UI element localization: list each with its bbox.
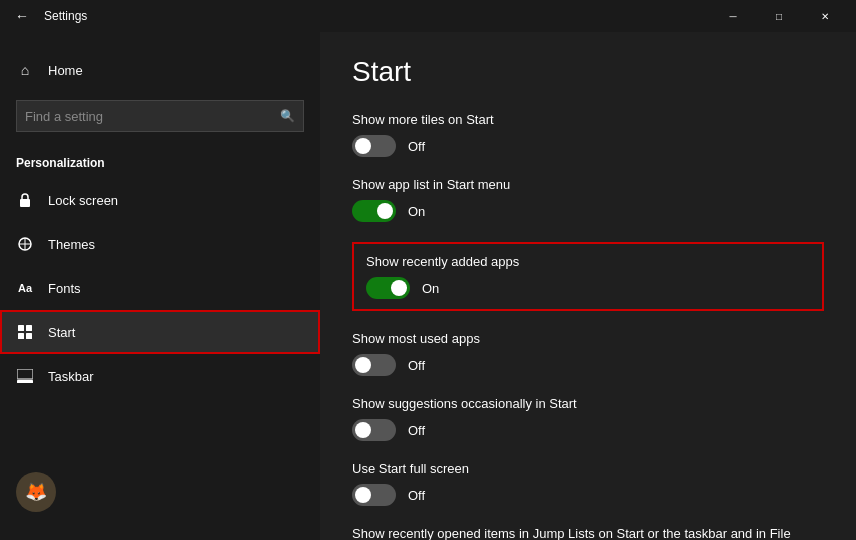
svg-rect-2 [18, 325, 24, 331]
toggle-row-show-recently-added: On [366, 277, 810, 299]
toggle-thumb-show-suggestions [355, 422, 371, 438]
sidebar-item-home[interactable]: ⌂ Home [16, 48, 304, 92]
setting-show-most-used-label: Show most used apps [352, 331, 824, 346]
close-button[interactable]: ✕ [802, 0, 848, 32]
toggle-show-more-tiles[interactable] [352, 135, 396, 157]
lock-screen-icon [16, 191, 34, 209]
setting-show-suggestions: Show suggestions occasionally in Start O… [352, 396, 824, 441]
close-icon: ✕ [821, 11, 829, 22]
avatar: 🦊 [16, 472, 56, 512]
sidebar-item-start[interactable]: Start [0, 310, 320, 354]
toggle-thumb-show-app-list [377, 203, 393, 219]
sidebar-item-fonts[interactable]: Aa Fonts [0, 266, 320, 310]
setting-use-full-screen: Use Start full screen Off [352, 461, 824, 506]
search-input[interactable] [25, 109, 280, 124]
app-title: Settings [44, 9, 87, 23]
sidebar-item-home-label: Home [48, 63, 83, 78]
sidebar-item-themes[interactable]: Themes [0, 222, 320, 266]
maximize-button[interactable]: □ [756, 0, 802, 32]
back-icon: ← [15, 8, 29, 24]
svg-rect-6 [17, 369, 33, 379]
sidebar-header: ⌂ Home 🔍 [0, 32, 320, 144]
setting-show-app-list-label: Show app list in Start menu [352, 177, 824, 192]
user-avatar-area: 🦊 [0, 460, 320, 524]
toggle-show-app-list[interactable] [352, 200, 396, 222]
page-title: Start [352, 56, 824, 88]
toggle-show-most-used[interactable] [352, 354, 396, 376]
home-icon: ⌂ [16, 61, 34, 79]
avatar-icon: 🦊 [25, 481, 47, 503]
main-layout: ⌂ Home 🔍 Personalization Lock screen [0, 32, 856, 540]
toggle-status-show-most-used: Off [408, 358, 425, 373]
sidebar-section-label: Personalization [0, 144, 320, 178]
sidebar-item-lock-screen[interactable]: Lock screen [0, 178, 320, 222]
content-area: Start Show more tiles on Start Off Show … [320, 32, 856, 540]
toggle-row-show-more-tiles: Off [352, 135, 824, 157]
setting-show-recently-added: Show recently added apps On [352, 242, 824, 311]
setting-show-suggestions-label: Show suggestions occasionally in Start [352, 396, 824, 411]
fonts-icon: Aa [16, 279, 34, 297]
minimize-button[interactable]: ─ [710, 0, 756, 32]
sidebar-item-fonts-label: Fonts [48, 281, 81, 296]
toggle-row-show-app-list: On [352, 200, 824, 222]
toggle-thumb-show-recently-added [391, 280, 407, 296]
svg-rect-7 [17, 380, 33, 383]
minimize-icon: ─ [729, 11, 736, 22]
setting-show-most-used: Show most used apps Off [352, 331, 824, 376]
toggle-status-show-recently-added: On [422, 281, 439, 296]
toggle-show-suggestions[interactable] [352, 419, 396, 441]
setting-show-app-list: Show app list in Start menu On [352, 177, 824, 222]
search-icon: 🔍 [280, 109, 295, 123]
start-icon [16, 323, 34, 341]
sidebar: ⌂ Home 🔍 Personalization Lock screen [0, 32, 320, 540]
themes-icon [16, 235, 34, 253]
toggle-thumb-show-most-used [355, 357, 371, 373]
taskbar-icon [16, 367, 34, 385]
setting-show-more-tiles: Show more tiles on Start Off [352, 112, 824, 157]
setting-show-recently-opened-label: Show recently opened items in Jump Lists… [352, 526, 824, 540]
titlebar: ← Settings ─ □ ✕ [0, 0, 856, 32]
svg-rect-3 [26, 325, 32, 331]
setting-show-more-tiles-label: Show more tiles on Start [352, 112, 824, 127]
sidebar-item-lock-screen-label: Lock screen [48, 193, 118, 208]
toggle-use-full-screen[interactable] [352, 484, 396, 506]
sidebar-footer: 🦊 [0, 440, 320, 524]
sidebar-item-themes-label: Themes [48, 237, 95, 252]
toggle-row-use-full-screen: Off [352, 484, 824, 506]
setting-show-recently-opened: Show recently opened items in Jump Lists… [352, 526, 824, 540]
sidebar-item-start-label: Start [48, 325, 75, 340]
svg-rect-0 [20, 199, 30, 207]
toggle-row-show-suggestions: Off [352, 419, 824, 441]
toggle-status-show-more-tiles: Off [408, 139, 425, 154]
svg-rect-4 [18, 333, 24, 339]
toggle-row-show-most-used: Off [352, 354, 824, 376]
window-controls: ─ □ ✕ [710, 0, 848, 32]
toggle-thumb-show-more-tiles [355, 138, 371, 154]
svg-rect-5 [26, 333, 32, 339]
toggle-status-show-suggestions: Off [408, 423, 425, 438]
toggle-status-show-app-list: On [408, 204, 425, 219]
sidebar-item-taskbar[interactable]: Taskbar [0, 354, 320, 398]
sidebar-item-taskbar-label: Taskbar [48, 369, 94, 384]
toggle-show-recently-added[interactable] [366, 277, 410, 299]
back-button[interactable]: ← [8, 2, 36, 30]
search-box: 🔍 [16, 100, 304, 132]
toggle-thumb-use-full-screen [355, 487, 371, 503]
maximize-icon: □ [776, 11, 782, 22]
toggle-status-use-full-screen: Off [408, 488, 425, 503]
setting-use-full-screen-label: Use Start full screen [352, 461, 824, 476]
setting-show-recently-added-label: Show recently added apps [366, 254, 810, 269]
